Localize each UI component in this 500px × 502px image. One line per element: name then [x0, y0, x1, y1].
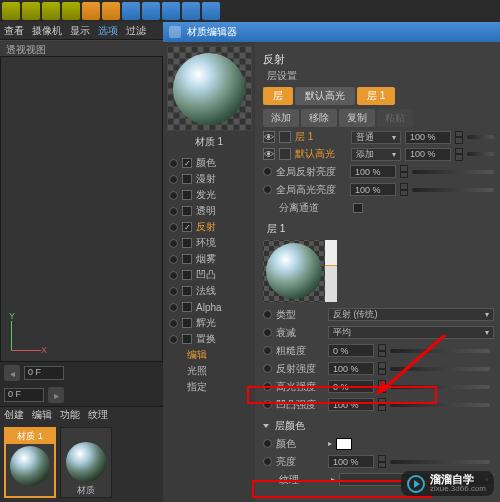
- spinner-icon[interactable]: [378, 362, 386, 375]
- channel-reflection[interactable]: 反射: [163, 219, 255, 235]
- falloff-strip[interactable]: [325, 240, 337, 302]
- spec-strength-field[interactable]: 0 %: [328, 380, 374, 393]
- spec-strength-slider[interactable]: [390, 385, 490, 389]
- channel-alpha[interactable]: Alpha: [163, 299, 255, 315]
- tool-icon[interactable]: [102, 2, 120, 20]
- spinner-icon[interactable]: [378, 380, 386, 393]
- radio-icon: [263, 457, 272, 466]
- menu-options[interactable]: 选项: [98, 24, 118, 38]
- tab-layer1[interactable]: 层 1: [357, 87, 395, 105]
- disclosure-icon[interactable]: [263, 424, 269, 428]
- timeline-end[interactable]: 0 F: [4, 388, 44, 402]
- channel-glow[interactable]: 辉光: [163, 315, 255, 331]
- global-refl-slider[interactable]: [412, 170, 494, 174]
- remove-button[interactable]: 移除: [301, 109, 337, 127]
- channel-transparency[interactable]: 透明: [163, 203, 255, 219]
- layer1-mode-dropdown[interactable]: 普通: [351, 131, 401, 144]
- mat-tab-tex[interactable]: 纹理: [88, 408, 108, 422]
- spinner-icon[interactable]: [455, 131, 463, 144]
- default-hl-opacity-slider[interactable]: [467, 152, 494, 156]
- timeline-prev-icon[interactable]: ◂: [4, 365, 20, 381]
- channel-illumination[interactable]: 光照: [163, 363, 255, 379]
- tool-icon[interactable]: [202, 2, 220, 20]
- layer1-name[interactable]: 层 1: [295, 130, 347, 144]
- spinner-icon[interactable]: [455, 148, 463, 161]
- roughness-field[interactable]: 0 %: [328, 344, 374, 357]
- default-hl-opacity[interactable]: 100 %: [405, 148, 451, 161]
- mat-tab-create[interactable]: 创建: [4, 408, 24, 422]
- spinner-icon[interactable]: [400, 165, 408, 178]
- add-button[interactable]: 添加: [263, 109, 299, 127]
- channel-bump[interactable]: 凹凸: [163, 267, 255, 283]
- attenuation-dropdown[interactable]: 平均: [328, 326, 494, 339]
- radio-icon: [263, 346, 272, 355]
- material-name-label[interactable]: 材质 1: [163, 133, 255, 155]
- channel-assignment[interactable]: 指定: [163, 379, 255, 395]
- sphere-preview-icon: [10, 446, 50, 486]
- default-hl-mode-dropdown[interactable]: 添加: [351, 148, 401, 161]
- copy-button[interactable]: 复制: [339, 109, 375, 127]
- tool-icon[interactable]: [42, 2, 60, 20]
- roughness-slider[interactable]: [390, 349, 490, 353]
- default-hl-name[interactable]: 默认高光: [295, 147, 347, 161]
- timeline-frame[interactable]: 0 F: [24, 366, 64, 380]
- viewport-3d[interactable]: Y X: [0, 56, 163, 362]
- mat-tab-edit[interactable]: 编辑: [32, 408, 52, 422]
- tool-icon[interactable]: [142, 2, 160, 20]
- mat-tab-func[interactable]: 功能: [60, 408, 80, 422]
- menu-camera[interactable]: 摄像机: [32, 24, 62, 38]
- layer-type-icon[interactable]: [279, 148, 291, 160]
- layer1-opacity-slider[interactable]: [467, 135, 494, 139]
- tool-icon[interactable]: [2, 2, 20, 20]
- tool-icon[interactable]: [22, 2, 40, 20]
- channel-luminance[interactable]: 发光: [163, 187, 255, 203]
- global-spec-brightness[interactable]: 100 %: [350, 183, 396, 196]
- material-preview[interactable]: [167, 46, 252, 131]
- global-spec-slider[interactable]: [412, 188, 494, 192]
- global-refl-brightness[interactable]: 100 %: [350, 165, 396, 178]
- layer-brightness-slider[interactable]: [390, 460, 490, 464]
- channel-displacement[interactable]: 置换: [163, 331, 255, 347]
- radio-icon: [263, 310, 272, 319]
- layer-type-icon[interactable]: [279, 131, 291, 143]
- spinner-icon[interactable]: [400, 183, 408, 196]
- menu-display[interactable]: 显示: [70, 24, 90, 38]
- channel-normal[interactable]: 法线: [163, 283, 255, 299]
- spinner-icon[interactable]: [378, 455, 386, 468]
- color-swatch[interactable]: [336, 438, 352, 450]
- channel-diffuse[interactable]: 漫射: [163, 171, 255, 187]
- tool-icon[interactable]: [182, 2, 200, 20]
- layer-color-heading[interactable]: 层颜色: [275, 419, 323, 433]
- spinner-icon[interactable]: [378, 344, 386, 357]
- layer-brightness-field[interactable]: 100 %: [328, 455, 374, 468]
- bump-strength-field[interactable]: 100 %: [328, 398, 374, 411]
- menu-view[interactable]: 查看: [4, 24, 24, 38]
- layer1-preview[interactable]: [263, 240, 325, 302]
- tab-default-highlight[interactable]: 默认高光: [295, 87, 355, 105]
- separate-channels-checkbox[interactable]: [353, 203, 363, 213]
- menu-filter[interactable]: 过滤: [126, 24, 146, 38]
- layer1-opacity[interactable]: 100 %: [405, 131, 451, 144]
- tool-icon[interactable]: [122, 2, 140, 20]
- editor-titlebar[interactable]: 材质编辑器: [163, 22, 500, 42]
- layer-visibility-icon[interactable]: 👁: [263, 148, 275, 160]
- spinner-icon[interactable]: [378, 398, 386, 411]
- channel-environment[interactable]: 环境: [163, 235, 255, 251]
- material-thumb-2[interactable]: 材质: [60, 427, 112, 498]
- tool-icon[interactable]: [62, 2, 80, 20]
- layer-visibility-icon[interactable]: 👁: [263, 131, 275, 143]
- type-dropdown[interactable]: 反射 (传统): [328, 308, 494, 321]
- tab-layer[interactable]: 层: [263, 87, 293, 105]
- play-icon: [407, 475, 425, 493]
- tool-icon[interactable]: [162, 2, 180, 20]
- channel-color[interactable]: 颜色: [163, 155, 255, 171]
- timeline-next-icon[interactable]: ▸: [48, 387, 64, 403]
- bump-strength-slider[interactable]: [390, 403, 490, 407]
- refl-strength-slider[interactable]: [390, 367, 490, 371]
- material-thumb-1[interactable]: 材质 1: [4, 427, 56, 498]
- refl-strength-field[interactable]: 100 %: [328, 362, 374, 375]
- channel-fog[interactable]: 烟雾: [163, 251, 255, 267]
- tool-icon[interactable]: [82, 2, 100, 20]
- radio-icon: [263, 439, 272, 448]
- channel-editor[interactable]: 编辑: [163, 347, 255, 363]
